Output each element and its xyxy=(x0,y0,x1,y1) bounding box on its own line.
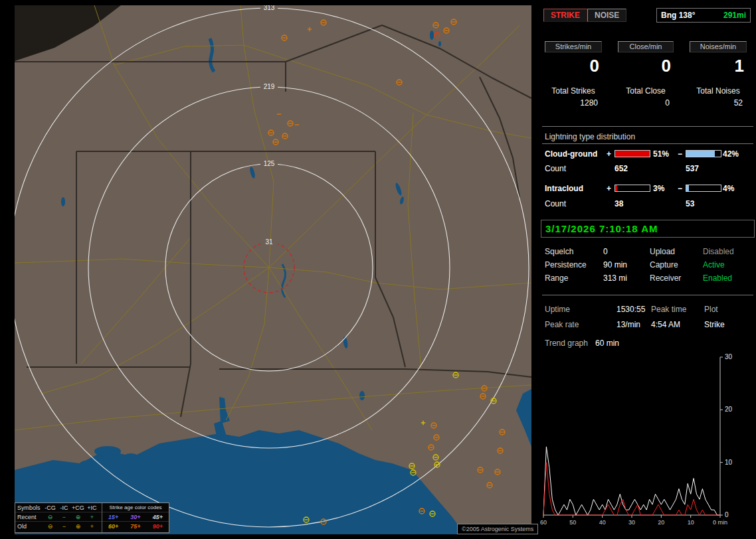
trend-y-tick: 30 xyxy=(725,353,733,360)
intracloud-row: Intracloud + 3% − 4% xyxy=(539,184,756,193)
minus-sign: − xyxy=(678,149,682,159)
old-neg-ic-icon: − xyxy=(57,523,71,530)
trend-x-tick: 20 xyxy=(658,519,664,526)
status-panel: STRIKE NOISE Bng 138° 291mi Strikes/min … xyxy=(539,0,756,539)
cg-plus-bar xyxy=(614,150,650,157)
separator xyxy=(542,126,753,127)
squelch-label: Squelch xyxy=(545,247,573,256)
legend-col-pos-ic: +IC xyxy=(85,504,99,511)
range-label: Range xyxy=(545,273,568,283)
range-ring-label: 31 xyxy=(265,238,273,246)
noises-per-min-box[interactable]: Noises/min xyxy=(690,41,747,52)
persistence-label: Persistence xyxy=(545,260,587,270)
close-per-min-value: 0 xyxy=(618,56,671,76)
trend-x-tick: 0 min xyxy=(713,519,727,526)
settings-row: Range 313 mi Receiver Enabled xyxy=(539,273,756,284)
map-svg[interactable]: 31321912531 xyxy=(15,5,531,534)
cloud-ground-row: Cloud-ground + 51% − 42% xyxy=(539,149,756,159)
total-noises-value: 52 xyxy=(690,98,743,108)
receiver-label: Receiver xyxy=(650,273,681,283)
datetime-value: 3/17/2026 7:10:18 AM xyxy=(545,223,754,234)
ic-plus-percent: 3% xyxy=(653,184,664,193)
ic-minus-bar xyxy=(686,185,721,192)
trend-y-tick: 20 xyxy=(725,406,733,413)
cg-minus-count: 537 xyxy=(686,164,699,173)
cg-plus-percent: 51% xyxy=(653,149,669,159)
capture-label: Capture xyxy=(650,260,678,270)
plus-sign: + xyxy=(607,184,611,193)
old-pos-cg-icon: ⊕ xyxy=(71,523,85,530)
recent-neg-cg-icon: ⊖ xyxy=(43,514,57,520)
noises-per-min-value: 1 xyxy=(690,56,744,76)
datetime-display: 3/17/2026 7:10:18 AM xyxy=(541,220,755,238)
ic-plus-count: 38 xyxy=(614,199,623,208)
range-value: 313 mi xyxy=(603,273,627,283)
lightning-map[interactable]: 31321912531 Symbols -CG -IC +CG +IC Rece… xyxy=(15,5,531,534)
receiver-status: Enabled xyxy=(703,273,732,283)
strikes-per-min-value: 0 xyxy=(545,56,599,76)
trend-graph-span: 60 min xyxy=(595,339,619,348)
stats-row: Uptime 1530:55 Peak time Plot xyxy=(539,305,756,315)
count-label: Count xyxy=(545,199,566,208)
peak-rate-value: 13/min xyxy=(616,320,640,329)
ic-minus-count: 53 xyxy=(686,199,694,208)
old-neg-cg-icon: ⊖ xyxy=(43,523,57,530)
bearing-range-value: 291mi xyxy=(723,11,746,20)
settings-row: Squelch 0 Upload Disabled xyxy=(539,247,756,258)
cloud-ground-label: Cloud-ground xyxy=(545,149,597,159)
cg-minus-bar xyxy=(686,150,721,157)
peak-time-label: Peak time xyxy=(651,305,686,314)
age-45-label: 45+ xyxy=(153,514,163,520)
capture-status: Active xyxy=(703,260,725,270)
legend-recent-label: Recent xyxy=(15,514,43,520)
age-90-label: 90+ xyxy=(153,523,163,530)
plot-value: Strike xyxy=(704,320,725,329)
trend-label-row: Trend graph 60 min xyxy=(539,339,756,349)
total-close-label: Total Close xyxy=(618,86,674,96)
trend-x-tick: 60 xyxy=(540,519,547,526)
plus-sign: + xyxy=(607,149,611,159)
age-15-label: 15+ xyxy=(108,514,118,520)
trend-x-tick: 10 xyxy=(688,519,694,526)
trend-x-tick: 50 xyxy=(569,519,576,526)
map-legend: Symbols -CG -IC +CG +IC Recent ⊖ − ⊕ + O… xyxy=(15,502,169,533)
peak-rate-label: Peak rate xyxy=(545,320,579,329)
old-pos-ic-icon: + xyxy=(85,523,99,530)
squelch-value: 0 xyxy=(603,247,608,256)
close-per-min-box[interactable]: Close/min xyxy=(618,41,674,52)
strike-button[interactable]: STRIKE xyxy=(543,9,587,22)
recent-neg-ic-icon: − xyxy=(57,514,71,520)
upload-status: Disabled xyxy=(703,247,734,256)
minus-sign: − xyxy=(678,184,682,193)
plot-label: Plot xyxy=(704,305,718,314)
total-strikes-label: Total Strikes xyxy=(545,86,602,96)
legend-age-title: Strike age color codes xyxy=(102,504,169,510)
separator xyxy=(542,295,753,295)
range-ring-label: 219 xyxy=(264,83,275,90)
trend-x-tick: 40 xyxy=(599,519,606,526)
cg-minus-percent: 42% xyxy=(723,149,739,159)
uptime-value: 1530:55 xyxy=(616,305,645,314)
settings-row: Persistence 90 min Capture Active xyxy=(539,260,756,271)
persistence-value: 90 min xyxy=(603,260,627,270)
trend-series-strikes xyxy=(543,447,720,515)
ic-plus-bar xyxy=(614,185,650,192)
age-75-label: 75+ xyxy=(130,523,140,530)
legend-col-neg-cg: -CG xyxy=(43,504,57,511)
trend-x-tick: 30 xyxy=(628,519,635,526)
total-noises-label: Total Noises xyxy=(690,86,747,96)
strikes-per-min-box[interactable]: Strikes/min xyxy=(545,41,602,52)
range-ring-label: 125 xyxy=(264,160,275,167)
copyright-notice: ©2005 Astrogenic Systems xyxy=(457,524,538,534)
ic-minus-percent: 4% xyxy=(723,184,734,193)
upload-label: Upload xyxy=(650,247,675,256)
trend-series-noises xyxy=(543,463,720,515)
legend-col-neg-ic: -IC xyxy=(57,504,71,511)
uptime-label: Uptime xyxy=(545,305,570,314)
noise-button[interactable]: NOISE xyxy=(587,9,626,22)
age-30-label: 30+ xyxy=(130,514,140,520)
peak-time-value: 4:54 AM xyxy=(651,320,680,329)
range-ring-label: 313 xyxy=(264,5,275,11)
stats-row: Peak rate 13/min 4:54 AM Strike xyxy=(539,320,756,331)
trend-graph: 30201006050403020100 min xyxy=(539,350,756,536)
